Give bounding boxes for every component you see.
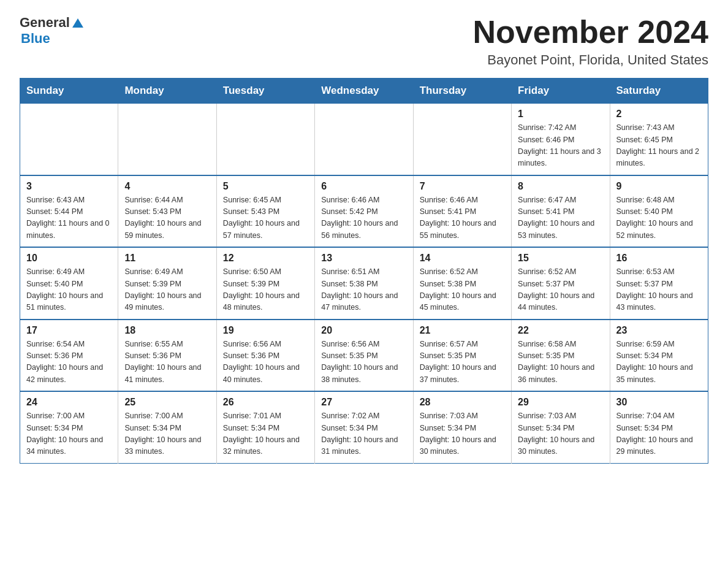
calendar-cell: 4Sunrise: 6:44 AM Sunset: 5:43 PM Daylig… [118,175,216,248]
day-info: Sunrise: 6:51 AM Sunset: 5:38 PM Dayligh… [321,266,406,314]
day-number: 4 [124,181,210,192]
day-number: 5 [223,181,308,192]
calendar-cell: 17Sunrise: 6:54 AM Sunset: 5:36 PM Dayli… [20,320,118,392]
day-number: 25 [124,397,210,408]
header-cell-wednesday: Wednesday [315,79,413,104]
day-number: 11 [124,253,210,264]
calendar-cell: 28Sunrise: 7:03 AM Sunset: 5:34 PM Dayli… [413,391,511,463]
calendar-cell: 5Sunrise: 6:45 AM Sunset: 5:43 PM Daylig… [216,175,314,248]
day-number: 6 [321,181,406,192]
week-row-5: 24Sunrise: 7:00 AM Sunset: 5:34 PM Dayli… [20,391,708,463]
day-info: Sunrise: 7:03 AM Sunset: 5:34 PM Dayligh… [420,410,505,458]
day-info: Sunrise: 7:04 AM Sunset: 5:34 PM Dayligh… [616,410,702,458]
day-info: Sunrise: 7:43 AM Sunset: 6:45 PM Dayligh… [616,122,702,170]
day-info: Sunrise: 7:02 AM Sunset: 5:34 PM Dayligh… [321,410,406,458]
day-info: Sunrise: 7:03 AM Sunset: 5:34 PM Dayligh… [518,410,603,458]
day-info: Sunrise: 6:46 AM Sunset: 5:41 PM Dayligh… [420,194,505,242]
header-cell-thursday: Thursday [413,79,511,104]
calendar-cell [315,104,413,175]
day-info: Sunrise: 6:55 AM Sunset: 5:36 PM Dayligh… [124,339,210,386]
header-cell-monday: Monday [118,79,216,104]
day-number: 2 [616,109,702,120]
calendar-title: November 2024 [473,15,708,50]
calendar-cell: 3Sunrise: 6:43 AM Sunset: 5:44 PM Daylig… [20,175,118,248]
calendar-cell [216,104,314,175]
day-number: 30 [616,397,702,408]
calendar-body: 1Sunrise: 7:42 AM Sunset: 6:46 PM Daylig… [20,104,708,464]
calendar-cell: 27Sunrise: 7:02 AM Sunset: 5:34 PM Dayli… [315,391,413,463]
day-number: 1 [518,109,603,120]
day-number: 10 [26,253,112,264]
day-info: Sunrise: 6:52 AM Sunset: 5:38 PM Dayligh… [420,266,505,314]
day-number: 9 [616,181,702,192]
day-number: 24 [26,397,112,408]
day-info: Sunrise: 7:00 AM Sunset: 5:34 PM Dayligh… [26,410,112,458]
day-number: 16 [616,253,702,264]
day-info: Sunrise: 7:01 AM Sunset: 5:34 PM Dayligh… [223,410,308,458]
day-number: 22 [518,325,603,336]
calendar-subtitle: Bayonet Point, Florida, United States [473,52,708,68]
calendar-cell: 23Sunrise: 6:59 AM Sunset: 5:34 PM Dayli… [610,320,708,392]
day-info: Sunrise: 6:48 AM Sunset: 5:40 PM Dayligh… [616,194,702,242]
logo-triangle-icon [71,17,85,30]
calendar-cell: 30Sunrise: 7:04 AM Sunset: 5:34 PM Dayli… [610,391,708,463]
day-info: Sunrise: 6:50 AM Sunset: 5:39 PM Dayligh… [223,266,308,314]
calendar-cell: 13Sunrise: 6:51 AM Sunset: 5:38 PM Dayli… [315,247,413,320]
logo: General Blue [20,15,85,47]
calendar-cell: 25Sunrise: 7:00 AM Sunset: 5:34 PM Dayli… [118,391,216,463]
calendar-cell: 11Sunrise: 6:49 AM Sunset: 5:39 PM Dayli… [118,247,216,320]
calendar-cell: 20Sunrise: 6:56 AM Sunset: 5:35 PM Dayli… [315,320,413,392]
calendar-cell: 12Sunrise: 6:50 AM Sunset: 5:39 PM Dayli… [216,247,314,320]
calendar-header: SundayMondayTuesdayWednesdayThursdayFrid… [20,79,708,104]
calendar-cell: 15Sunrise: 6:52 AM Sunset: 5:37 PM Dayli… [512,247,610,320]
day-info: Sunrise: 6:54 AM Sunset: 5:36 PM Dayligh… [26,339,112,386]
day-info: Sunrise: 6:46 AM Sunset: 5:42 PM Dayligh… [321,194,406,242]
calendar-cell: 1Sunrise: 7:42 AM Sunset: 6:46 PM Daylig… [512,104,610,175]
calendar-cell: 22Sunrise: 6:58 AM Sunset: 5:35 PM Dayli… [512,320,610,392]
week-row-1: 1Sunrise: 7:42 AM Sunset: 6:46 PM Daylig… [20,104,708,175]
day-info: Sunrise: 7:42 AM Sunset: 6:46 PM Dayligh… [518,122,603,170]
logo-blue-text: Blue [21,31,50,47]
day-info: Sunrise: 6:53 AM Sunset: 5:37 PM Dayligh… [616,266,702,314]
day-info: Sunrise: 6:57 AM Sunset: 5:35 PM Dayligh… [420,339,505,386]
day-info: Sunrise: 6:45 AM Sunset: 5:43 PM Dayligh… [223,194,308,242]
calendar-cell: 2Sunrise: 7:43 AM Sunset: 6:45 PM Daylig… [610,104,708,175]
day-info: Sunrise: 6:44 AM Sunset: 5:43 PM Dayligh… [124,194,210,242]
header-cell-friday: Friday [512,79,610,104]
calendar-table: SundayMondayTuesdayWednesdayThursdayFrid… [20,78,708,464]
calendar-cell: 16Sunrise: 6:53 AM Sunset: 5:37 PM Dayli… [610,247,708,320]
day-number: 19 [223,325,308,336]
page-header: General Blue November 2024 Bayonet Point… [20,15,708,68]
day-number: 12 [223,253,308,264]
day-number: 15 [518,253,603,264]
calendar-cell: 14Sunrise: 6:52 AM Sunset: 5:38 PM Dayli… [413,247,511,320]
header-cell-sunday: Sunday [20,79,118,104]
svg-marker-0 [72,18,83,28]
day-info: Sunrise: 6:52 AM Sunset: 5:37 PM Dayligh… [518,266,603,314]
week-row-2: 3Sunrise: 6:43 AM Sunset: 5:44 PM Daylig… [20,175,708,248]
week-row-3: 10Sunrise: 6:49 AM Sunset: 5:40 PM Dayli… [20,247,708,320]
day-number: 7 [420,181,505,192]
calendar-cell: 21Sunrise: 6:57 AM Sunset: 5:35 PM Dayli… [413,320,511,392]
day-info: Sunrise: 6:59 AM Sunset: 5:34 PM Dayligh… [616,339,702,386]
day-number: 8 [518,181,603,192]
day-number: 28 [420,397,505,408]
calendar-cell: 6Sunrise: 6:46 AM Sunset: 5:42 PM Daylig… [315,175,413,248]
calendar-cell: 10Sunrise: 6:49 AM Sunset: 5:40 PM Dayli… [20,247,118,320]
week-row-4: 17Sunrise: 6:54 AM Sunset: 5:36 PM Dayli… [20,320,708,392]
calendar-cell [118,104,216,175]
day-info: Sunrise: 6:49 AM Sunset: 5:39 PM Dayligh… [124,266,210,314]
day-number: 18 [124,325,210,336]
header-cell-saturday: Saturday [610,79,708,104]
logo-general-text: General [20,15,70,31]
calendar-cell: 9Sunrise: 6:48 AM Sunset: 5:40 PM Daylig… [610,175,708,248]
calendar-cell: 18Sunrise: 6:55 AM Sunset: 5:36 PM Dayli… [118,320,216,392]
day-number: 17 [26,325,112,336]
day-number: 3 [26,181,112,192]
calendar-cell: 19Sunrise: 6:56 AM Sunset: 5:36 PM Dayli… [216,320,314,392]
calendar-cell: 26Sunrise: 7:01 AM Sunset: 5:34 PM Dayli… [216,391,314,463]
day-info: Sunrise: 6:56 AM Sunset: 5:36 PM Dayligh… [223,339,308,386]
title-area: November 2024 Bayonet Point, Florida, Un… [473,15,708,68]
calendar-cell: 24Sunrise: 7:00 AM Sunset: 5:34 PM Dayli… [20,391,118,463]
day-number: 23 [616,325,702,336]
